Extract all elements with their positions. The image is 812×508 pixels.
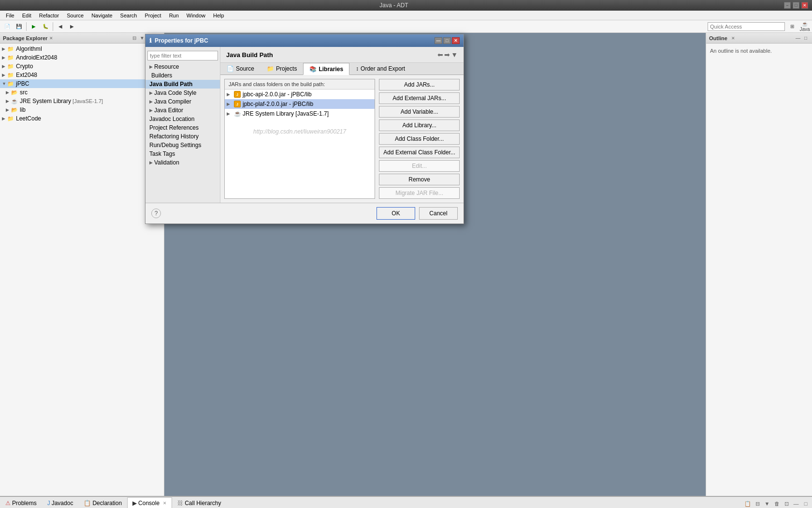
cancel-btn[interactable]: Cancel (419, 207, 458, 220)
settings-icon[interactable]: ▼ (139, 35, 145, 42)
tree-item-src[interactable]: ▶ 📂 src (0, 88, 164, 97)
remove-btn[interactable]: Remove (379, 174, 460, 185)
tab-call-hierarchy[interactable]: ⛓ Call Hierarchy (172, 497, 226, 508)
dialog-close-btn[interactable]: ✕ (452, 37, 460, 44)
nav-item-builders[interactable]: Builders (145, 71, 220, 80)
tree-label: Crypto (16, 63, 33, 70)
migrate-jar-btn[interactable]: Migrate JAR File... (379, 187, 460, 199)
dialog-list-area: JARs and class folders on the build path… (224, 79, 375, 199)
nav-fwd-btn[interactable]: ➡ (444, 51, 450, 59)
menu-help[interactable]: Help (209, 12, 228, 19)
menu-search[interactable]: Search (116, 12, 141, 19)
tree-label: lib (20, 106, 26, 113)
maximize-outline-icon[interactable]: □ (802, 35, 809, 42)
tree-item-androidext[interactable]: ▶ 📁 AndroidExt2048 (0, 53, 164, 62)
menu-file[interactable]: File (2, 12, 18, 19)
toolbar-run-btn[interactable]: ▶ (29, 22, 39, 31)
tree-item-jre[interactable]: ▶ ☕ JRE System Library [JavaSE-1.7] (0, 97, 164, 105)
toolbar-new-btn[interactable]: 📄 (2, 22, 13, 31)
nav-item-project-refs[interactable]: Project References (145, 123, 220, 132)
menu-navigate[interactable]: Navigate (87, 12, 116, 19)
nav-expand-arrow: ▶ (149, 108, 154, 113)
add-library-btn[interactable]: Add Library... (379, 120, 460, 131)
close-btn[interactable]: ✕ (801, 2, 808, 9)
menu-source[interactable]: Source (63, 12, 87, 19)
quick-access-input[interactable] (708, 22, 785, 31)
nav-label: Java Build Path (149, 81, 192, 88)
tab-javadoc[interactable]: J Javadoc (42, 497, 79, 508)
dialog-list-label: JARs and class folders on the build path… (225, 79, 375, 90)
package-explorer-tree: ▶ 📁 AlgorithmI ▶ 📁 AndroidExt2048 ▶ 📁 Cr… (0, 44, 164, 496)
java-perspective-btn[interactable]: ☕ Java (799, 22, 810, 31)
add-external-jars-btn[interactable]: Add External JARs... (379, 92, 460, 104)
dialog-title-bar: ℹ Properties for jPBC — □ ✕ (145, 34, 464, 47)
nav-item-compiler[interactable]: ▶ Java Compiler (145, 97, 220, 106)
console-btn-3[interactable]: ▼ (763, 499, 771, 508)
nav-item-validation[interactable]: ▶ Validation (145, 158, 220, 167)
nav-label: Project References (149, 124, 199, 131)
toolbar-back-btn[interactable]: ◀ (55, 22, 66, 31)
dialog-maximize-btn[interactable]: □ (443, 37, 451, 44)
ok-btn[interactable]: OK (377, 207, 415, 220)
tab-declaration[interactable]: 📋 Declaration (78, 497, 127, 508)
filter-input[interactable] (147, 51, 218, 60)
nav-item-task-tags[interactable]: Task Tags (145, 149, 220, 158)
tree-item-leetcode[interactable]: ▶ 📁 LeetCode (0, 114, 164, 123)
tree-arrow: ▶ (2, 55, 7, 60)
tab-libraries-label: Libraries (319, 66, 343, 73)
maximize-btn[interactable]: □ (793, 2, 799, 9)
console-close-icon[interactable]: ✕ (163, 501, 167, 506)
tab-order-export[interactable]: ↕ Order and Export (349, 63, 411, 75)
toolbar-save-btn[interactable]: 💾 (14, 22, 24, 31)
add-class-folder-btn[interactable]: Add Class Folder... (379, 133, 460, 145)
menu-project[interactable]: Project (141, 12, 165, 19)
tree-item-ext2048[interactable]: ▶ 📁 Ext2048 (0, 71, 164, 79)
tab-source[interactable]: 📄 Source (220, 63, 261, 75)
nav-menu-btn[interactable]: ▼ (451, 51, 458, 59)
edit-btn[interactable]: Edit... (379, 160, 460, 172)
list-item-jpbc-api[interactable]: ▶ J jpbc-api-2.0.0.jar - jPBC/lib (225, 90, 375, 99)
tab-projects[interactable]: 📁 Projects (261, 63, 303, 75)
perspective-btn[interactable]: ⊞ (787, 22, 798, 31)
tree-item-jpbc[interactable]: ▼ 📁 jPBC (0, 79, 164, 88)
toolbar-debug-btn[interactable]: 🐛 (40, 22, 51, 31)
nav-item-editor[interactable]: ▶ Java Editor (145, 106, 220, 115)
tree-label: LeetCode (16, 115, 41, 122)
nav-item-run-debug[interactable]: Run/Debug Settings (145, 141, 220, 149)
minimize-outline-icon[interactable]: — (795, 35, 801, 42)
menu-run[interactable]: Run (165, 12, 183, 19)
menu-refactor[interactable]: Refactor (35, 12, 63, 19)
nav-back-btn[interactable]: ⬅ (437, 51, 443, 59)
console-btn-4[interactable]: 🗑 (772, 499, 781, 508)
list-item-jre[interactable]: ▶ ☕ JRE System Library [JavaSE-1.7] (225, 109, 375, 119)
help-icon[interactable]: ? (151, 209, 161, 218)
console-btn-1[interactable]: 📋 (743, 499, 752, 508)
menu-window[interactable]: Window (183, 12, 209, 19)
list-item-jpbc-plaf[interactable]: ▶ J jpbc-plaf-2.0.0.jar - jPBC/lib (225, 99, 375, 109)
console-btn-2[interactable]: ⊟ (753, 499, 762, 508)
nav-item-refactoring[interactable]: Refactoring History (145, 132, 220, 141)
nav-item-java-build-path[interactable]: Java Build Path (145, 80, 220, 89)
toolbar-sep-2 (53, 22, 53, 31)
collapse-icon[interactable]: ⊟ (131, 35, 138, 42)
tree-item-algorithmi[interactable]: ▶ 📁 AlgorithmI (0, 45, 164, 53)
tree-item-crypto[interactable]: ▶ 📁 Crypto (0, 62, 164, 71)
add-jars-btn[interactable]: Add JARs... (379, 79, 460, 90)
tree-item-lib[interactable]: ▶ 📂 lib (0, 105, 164, 114)
tab-console[interactable]: ▶ Console ✕ (127, 497, 172, 508)
toolbar: 📄 💾 ▶ 🐛 ◀ ▶ ⊞ ☕ Java (0, 20, 812, 33)
add-external-class-folder-btn[interactable]: Add External Class Folder... (379, 147, 460, 158)
console-btn-5[interactable]: ⊡ (782, 499, 791, 508)
nav-item-resource[interactable]: ▶ Resource (145, 62, 220, 71)
maximize-bottom-icon[interactable]: □ (801, 499, 810, 508)
menu-edit[interactable]: Edit (18, 12, 35, 19)
dialog-minimize-btn[interactable]: — (435, 37, 442, 44)
tab-problems[interactable]: ⚠ Problems (0, 497, 42, 508)
minimize-btn[interactable]: − (784, 2, 791, 9)
tab-libraries[interactable]: 📚 Libraries (303, 63, 349, 75)
add-variable-btn[interactable]: Add Variable... (379, 106, 460, 118)
minimize-bottom-icon[interactable]: — (792, 499, 800, 508)
toolbar-fwd-btn[interactable]: ▶ (67, 22, 77, 31)
nav-item-javadoc[interactable]: Javadoc Location (145, 115, 220, 123)
nav-item-code-style[interactable]: ▶ Java Code Style (145, 89, 220, 97)
